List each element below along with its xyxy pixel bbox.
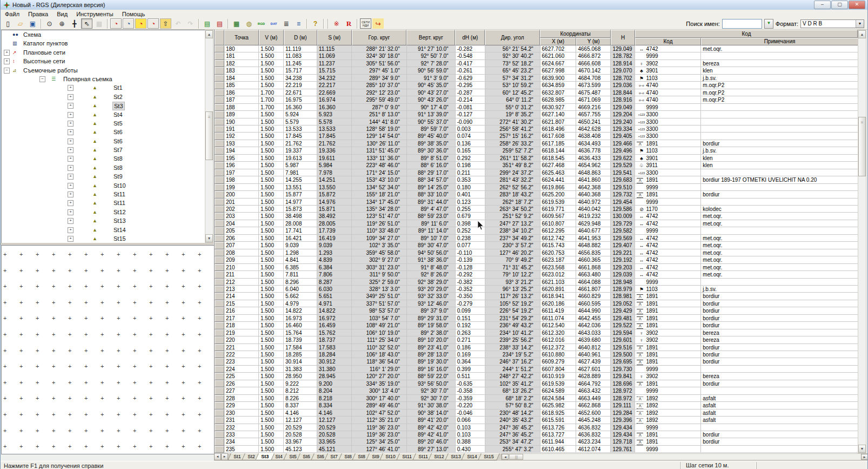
cell[interactable]: 202 xyxy=(224,206,259,213)
cell[interactable]: 90° 38' 14.0" xyxy=(407,409,456,417)
cell[interactable]: 22.219 xyxy=(284,82,317,89)
row-selector[interactable] xyxy=(215,75,224,82)
cell[interactable]: 6627.998 xyxy=(540,67,577,74)
cell[interactable]: 209 xyxy=(224,256,259,263)
cell[interactable]: 28.945 xyxy=(317,373,352,380)
note-cell[interactable]: met.oqr. xyxy=(701,45,858,52)
note-cell[interactable]: asfalt xyxy=(701,402,858,409)
cell[interactable]: 6620.753 xyxy=(540,249,577,256)
cell[interactable]: 111° 25' 34.0" xyxy=(352,336,407,344)
select-cursor-button[interactable]: ⇖ xyxy=(81,18,92,29)
cell[interactable]: 90° 43' 26.0" xyxy=(407,96,456,103)
cell[interactable]: -0.417 xyxy=(456,60,485,67)
cell[interactable]: 4627.439 xyxy=(576,358,611,365)
cell[interactable]: 6630.927 xyxy=(540,104,577,111)
row-selector[interactable] xyxy=(215,242,224,249)
cell[interactable]: 1.700 xyxy=(259,96,284,103)
note-cell[interactable]: j.b.sv. xyxy=(701,75,858,82)
code-cell[interactable]: 9999 xyxy=(635,52,701,60)
cell[interactable]: 13.533 xyxy=(284,125,317,133)
cell[interactable]: 14.976 xyxy=(317,199,352,206)
note-cell[interactable]: asfalt xyxy=(701,417,858,424)
cell[interactable]: 6619.866 xyxy=(540,184,577,191)
code-cell[interactable]: ♧3911 xyxy=(635,162,701,169)
cell[interactable]: 89° 23' 41.0" xyxy=(407,344,456,351)
tree-item-Плановые сети[interactable]: +↗Плановые сети xyxy=(2,48,205,57)
tree-item-label[interactable]: St11 xyxy=(112,199,126,207)
cell[interactable]: 15.877 xyxy=(284,191,317,198)
cell[interactable]: 128.948 xyxy=(611,279,635,286)
camera-button[interactable]: ▦ xyxy=(94,18,105,29)
cell[interactable]: 4663.432 xyxy=(576,387,611,394)
cell[interactable]: 6623.012 xyxy=(540,271,577,278)
code-cell[interactable]: Λ1892 xyxy=(635,417,701,424)
cell[interactable]: 6613.727 xyxy=(540,431,577,438)
cell[interactable]: 8.204 xyxy=(317,387,352,394)
code-cell[interactable]: ↔4742 xyxy=(635,249,701,256)
cell[interactable]: 129.496 xyxy=(611,147,635,154)
cell[interactable]: 247° 36' 45.2" xyxy=(485,431,540,438)
expand-icon[interactable]: + xyxy=(68,183,74,189)
tree-item-label[interactable]: St5 xyxy=(112,119,124,128)
code-cell[interactable]: ⚑1103 xyxy=(635,286,701,293)
note-cell[interactable]: bordiur xyxy=(701,191,858,198)
cell[interactable]: -0.350 xyxy=(456,293,485,300)
cell[interactable]: 88° 59' 22.0" xyxy=(407,373,456,380)
open-file-button[interactable]: ▱ xyxy=(15,18,26,29)
cell[interactable]: 1.500 xyxy=(259,162,284,169)
cell[interactable]: 15.871 xyxy=(317,206,352,213)
cell[interactable]: 256° 58' 41.2" xyxy=(485,125,540,133)
cell[interactable]: 4639.680 xyxy=(576,336,611,344)
cell[interactable]: 14.822 xyxy=(317,307,352,314)
code-cell[interactable]: Λ1891 xyxy=(635,293,701,300)
cell[interactable]: 1.500 xyxy=(259,358,284,365)
cell[interactable]: 15.873 xyxy=(284,206,317,213)
code-cell[interactable]: ↔4742 xyxy=(635,256,701,263)
cell[interactable]: 6612.016 xyxy=(540,336,577,344)
cell[interactable]: 6610.880 xyxy=(540,351,577,358)
row-selector[interactable] xyxy=(215,213,224,220)
cell[interactable]: 88° 34' 57.0" xyxy=(407,176,456,183)
cell[interactable]: 204 xyxy=(224,220,259,227)
cell[interactable]: 34.238 xyxy=(284,75,317,82)
table-row[interactable]: 2231.50030.91430.912118° 36' 54.0"89° 19… xyxy=(215,358,858,365)
plan-grid-panel[interactable]: ++++++++++++++++++++++++++++++++++++++++… xyxy=(1,245,215,454)
cell[interactable]: 285° 10' 37.0" xyxy=(352,82,407,89)
cell[interactable]: 105° 52' 19.2" xyxy=(485,300,540,307)
cell[interactable]: 8.287 xyxy=(317,279,352,286)
code-cell[interactable]: 9999 xyxy=(635,424,701,431)
row-selector[interactable] xyxy=(215,206,224,213)
cell[interactable]: 337° 51' 57.0" xyxy=(352,300,407,307)
cell[interactable]: 6623.187 xyxy=(540,256,577,263)
cell[interactable]: 89° 59' 7.0" xyxy=(407,125,456,133)
table-row[interactable]: 1911.50013.53313.533128° 58' 19.0"89° 59… xyxy=(215,125,858,133)
note-cell[interactable] xyxy=(701,387,858,394)
cell[interactable]: 4.839 xyxy=(317,256,352,263)
cell[interactable]: 251° 52' 9.2" xyxy=(485,213,540,220)
tree-item-Съемочные работы[interactable]: −⊿Съемочные работы xyxy=(2,66,205,75)
cell[interactable]: 4641.860 xyxy=(576,176,611,183)
cell[interactable]: 221 xyxy=(224,344,259,351)
note-cell[interactable]: bordiur xyxy=(701,358,858,365)
cell[interactable]: 4636.433 xyxy=(576,155,611,162)
note-cell[interactable]: bordiur xyxy=(701,438,858,445)
cell[interactable]: 1.500 xyxy=(259,176,284,183)
header-vertical-circle[interactable]: Верт. круг xyxy=(406,30,455,45)
tree-item-St5[interactable]: +▲St5 xyxy=(2,119,205,128)
cell[interactable]: 272° 41' 30.2" xyxy=(485,118,540,125)
cell[interactable]: 90° 43' 27.0" xyxy=(407,89,456,96)
code-cell[interactable]: 9999 xyxy=(635,387,701,394)
cell[interactable]: 295° 59' 49.0" xyxy=(352,96,407,103)
cell[interactable]: 128.844 xyxy=(611,89,635,96)
cell[interactable]: 128.981 xyxy=(611,293,635,300)
cell[interactable]: 18.737 xyxy=(317,336,352,344)
tree-item-label[interactable]: Полярная съемка xyxy=(62,75,113,83)
cell[interactable]: 4656.835 xyxy=(576,249,611,256)
draw-settings-button[interactable]: ◍ xyxy=(243,18,255,29)
table-row[interactable]: 2281.5008.2268.218300° 17' 40.0"92° 30' … xyxy=(215,395,858,402)
cell[interactable]: 324° 30' 18.0" xyxy=(352,52,407,60)
tree-item-label[interactable]: St10 xyxy=(112,181,127,190)
cell[interactable]: 4666.608 xyxy=(576,60,611,67)
code-cell[interactable]: o–o4740 xyxy=(635,96,701,103)
note-cell[interactable] xyxy=(701,133,858,140)
